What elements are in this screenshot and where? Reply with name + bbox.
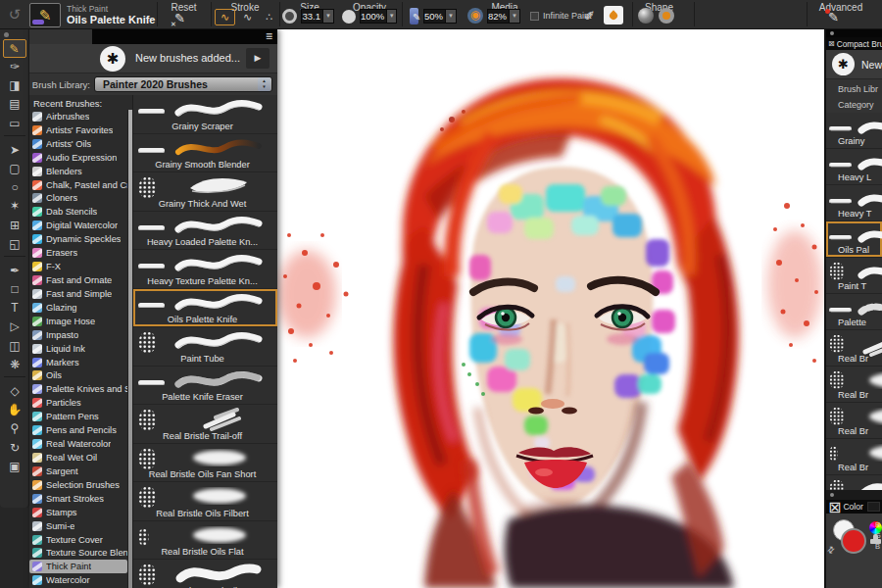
compact-brush-tab[interactable]: ⊠ Compact Brush xyxy=(826,37,882,50)
resaturation-field[interactable]: 50%▼ xyxy=(423,9,457,24)
compact-variant-item[interactable]: Heavy T xyxy=(826,185,882,221)
brush-category-item[interactable]: Texture Cover xyxy=(29,533,127,547)
page-layout-tool[interactable]: ▣ xyxy=(0,458,29,476)
size-dropdown-icon[interactable]: ▼ xyxy=(322,10,333,23)
dropdown-stepper-icon[interactable]: ▲▼ xyxy=(258,77,270,91)
stroke-smooth-button[interactable]: ∿ xyxy=(237,9,258,25)
brush-category-item[interactable]: Artists' Favorites xyxy=(29,123,127,137)
clean-brush-button[interactable] xyxy=(604,6,623,24)
reset-brush-button[interactable]: ✎✕ xyxy=(174,11,194,26)
compact-variant-item[interactable]: Grainy xyxy=(826,113,882,149)
brush-category-item[interactable]: Chalk, Pastel and Cra... xyxy=(29,178,127,192)
perspective-tool[interactable]: ◇ xyxy=(0,382,29,401)
brush-variant-item[interactable]: Grainy Thick And Wet xyxy=(133,172,277,212)
banner-play-button[interactable]: ▶ xyxy=(246,48,270,69)
brush-category-item[interactable]: Texture Source Blendi... xyxy=(29,547,127,561)
brush-category-item[interactable]: Liquid Ink xyxy=(29,342,127,356)
layer-adjuster-tool[interactable]: ➤ xyxy=(0,141,29,160)
brush-category-item[interactable]: Real Watercolor xyxy=(29,437,127,451)
toolbox-close-dot[interactable] xyxy=(4,32,9,37)
brush-variant-item[interactable]: Grainy Scraper xyxy=(133,95,277,134)
flow-dropdown-icon[interactable]: ▼ xyxy=(509,10,519,23)
brush-variant-item[interactable]: Real Bristle Oils Filbert xyxy=(133,482,277,521)
compact-variant-item[interactable]: Real Br xyxy=(826,367,882,403)
brush-category-item[interactable]: F-X xyxy=(29,260,127,273)
panel-menu-icon[interactable]: ≡ xyxy=(266,29,272,43)
brush-category-item[interactable]: Fast and Simple xyxy=(29,287,127,301)
paint-tube-icon[interactable] xyxy=(410,8,418,24)
compact-variant-item[interactable]: Oils Pal xyxy=(826,221,882,258)
brush-variant-item[interactable]: Heavy Loaded Palette Kn... xyxy=(133,212,277,251)
rect-select-tool[interactable]: ▢ xyxy=(0,160,29,178)
size-field[interactable]: 33.1▼ xyxy=(301,9,334,24)
brush-category-item[interactable]: Smart Strokes xyxy=(29,492,127,506)
main-color-swatch[interactable] xyxy=(841,528,866,554)
brush-category-item[interactable]: Digital Watercolor xyxy=(29,219,127,232)
dab-shape-button[interactable] xyxy=(638,8,654,24)
brush-variant-item[interactable]: Heavy Texture Palette Kn... xyxy=(133,250,277,289)
brush-variant-item[interactable]: Real Bristle Oils Flat xyxy=(133,521,277,561)
advanced-brush-settings-button[interactable]: ✎ xyxy=(828,10,839,24)
resat-dropdown-icon[interactable]: ▼ xyxy=(445,10,456,23)
opacity-dropdown-icon[interactable]: ▼ xyxy=(386,10,396,23)
compact-variant-item[interactable]: Real Br xyxy=(826,403,882,439)
brush-category-item[interactable]: Blenders xyxy=(29,165,127,178)
mirror-painting-tool[interactable]: ◫ xyxy=(0,337,29,356)
swap-colors-icon[interactable]: ⇄ xyxy=(826,544,837,556)
stroke-freehand-button[interactable]: ∿ xyxy=(215,9,235,25)
brush-category-item[interactable]: Thick Paint xyxy=(29,560,127,573)
dropper-tool[interactable]: ✑ xyxy=(0,58,29,76)
brush-category-item[interactable]: Palette Knives and Sp... xyxy=(29,382,127,396)
brush-category-item[interactable]: Airbrushes xyxy=(29,110,127,123)
text-tool[interactable]: T xyxy=(0,299,29,318)
brush-category-item[interactable]: Dynamic Speckles xyxy=(29,232,127,246)
brush-category-item[interactable]: Markers xyxy=(29,356,127,369)
close-box-icon[interactable]: ⊠ xyxy=(828,39,835,48)
brush-category-item[interactable]: Glazing xyxy=(29,301,127,315)
eraser-tool[interactable]: ▭ xyxy=(0,115,29,133)
brush-category-item[interactable]: Real Wet Oil xyxy=(29,451,127,465)
compact-variant-item[interactable]: Real Br xyxy=(826,439,882,475)
compact-variant-item[interactable]: Palette xyxy=(826,294,882,330)
brush-category-item[interactable]: Particles xyxy=(29,396,127,410)
rotate-page-tool[interactable]: ↻ xyxy=(0,439,29,458)
gradient-tool[interactable]: ▤ xyxy=(0,95,29,114)
panel-dot-icon[interactable] xyxy=(830,31,834,35)
current-brush-chip[interactable]: ✎ xyxy=(29,3,61,27)
media-flow-icon[interactable]: ◉ xyxy=(467,8,483,24)
brush-category-item[interactable]: Stamps xyxy=(29,506,127,519)
brush-library-dropdown[interactable]: Painter 2020 Brushes ▲▼ xyxy=(94,76,272,92)
dab-preview-button[interactable] xyxy=(659,8,674,24)
zoom-tool[interactable]: ⚲ xyxy=(0,419,29,438)
size-flyout-button[interactable] xyxy=(282,9,297,24)
brush-variant-item[interactable]: Grainy Smooth Blender xyxy=(133,134,277,173)
brush-category-item[interactable]: Sargent xyxy=(29,465,127,478)
infinite-paint-checkbox[interactable] xyxy=(530,12,539,21)
brush-variant-item[interactable]: Real Bristle Oils Fan Short xyxy=(133,444,277,483)
lasso-tool[interactable]: ○ xyxy=(0,178,29,197)
brush-category-item[interactable]: Image Hose xyxy=(29,315,127,328)
brush-variant-item[interactable]: Real Bristle Trail-off xyxy=(133,405,277,444)
compact-variant-item[interactable]: Real Br xyxy=(826,330,882,367)
kaleidoscope-tool[interactable]: ❋ xyxy=(0,356,29,374)
compact-variant-item[interactable]: Smooth xyxy=(826,475,882,490)
brush-category-item[interactable]: Watercolor xyxy=(29,573,127,587)
brush-category-item[interactable]: Cloners xyxy=(29,192,127,206)
rotate-reset-icon[interactable]: ↺ xyxy=(5,5,24,24)
shape-select-tool[interactable]: ▷ xyxy=(0,318,29,336)
brush-category-item[interactable]: Oils xyxy=(29,369,127,383)
brush-category-item[interactable]: Pattern Pens xyxy=(29,410,127,423)
panel-titlebar[interactable]: ≡ xyxy=(29,29,277,44)
brush-variant-item[interactable]: Oils Palette Knife xyxy=(133,289,277,328)
compact-variant-item[interactable]: Paint T xyxy=(826,258,882,294)
opacity-field[interactable]: 100%▼ xyxy=(360,9,397,24)
canvas[interactable] xyxy=(277,29,824,588)
new-brushes-banner[interactable]: ✱ New brushes added... ▶ xyxy=(29,44,277,74)
brush-category-item[interactable]: Audio Expression xyxy=(29,151,127,165)
compact-variant-item[interactable]: Heavy L xyxy=(826,149,882,185)
magic-wand-tool[interactable]: ✶ xyxy=(0,197,29,216)
crop-tool[interactable]: ◱ xyxy=(0,235,29,254)
brush-variant-item[interactable]: Smooth Round Oils xyxy=(133,560,277,588)
flow-field[interactable]: 82%▼ xyxy=(487,9,520,24)
opacity-flyout-button[interactable] xyxy=(342,10,356,24)
